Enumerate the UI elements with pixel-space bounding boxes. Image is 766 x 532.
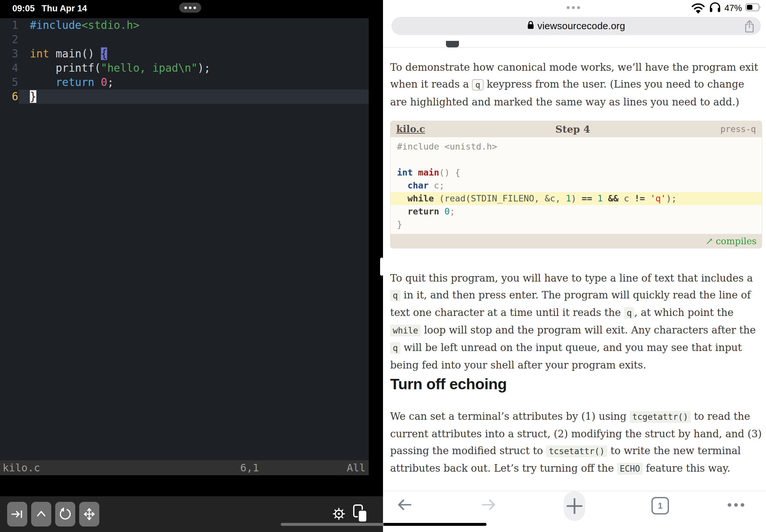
escape-key-button[interactable]	[55, 502, 75, 526]
terminal-settings-button[interactable]	[330, 506, 347, 523]
code-line: return 0;	[391, 205, 762, 218]
dot-icon	[572, 6, 575, 9]
editor-line: 4 printf("hello, ipad\n");	[0, 61, 369, 75]
line-number: 6	[0, 90, 18, 104]
code-block-footer: ↗ compiles	[391, 234, 762, 248]
kbd-key: q	[472, 79, 483, 91]
tab-key-button[interactable]	[7, 502, 27, 526]
editor-line: 3int main() {	[0, 47, 369, 61]
four-arrows-icon	[82, 507, 96, 521]
vim-editor[interactable]: 1#include<stdio.h>23int main() {4 printf…	[0, 18, 369, 460]
wifi-icon	[691, 2, 706, 15]
line-number: 1	[0, 18, 18, 32]
control-key-button[interactable]	[31, 502, 51, 526]
line-number: 2	[0, 32, 18, 47]
code-block-file-link[interactable]: kilo.c	[396, 124, 425, 135]
compiles-link[interactable]: compiles	[716, 236, 757, 247]
dot-icon	[189, 6, 191, 9]
external-arrow-icon: ↗	[706, 236, 713, 247]
code-line-highlighted: while (read(STDIN_FILENO, &c, 1) == 1 &&…	[391, 192, 762, 205]
paragraph-quit-program: To quit this program, you will have to t…	[390, 270, 763, 373]
dot-icon	[567, 6, 570, 9]
terminal-app: 09:05 Thu Apr 14 1#include<stdio.h>23int…	[0, 0, 383, 532]
lock-icon	[527, 20, 534, 32]
paragraph-turn-off-echoing: We can set a terminal’s attributes by (1…	[390, 408, 763, 477]
new-tab-button[interactable]	[564, 491, 585, 521]
line-number: 3	[0, 47, 18, 61]
paragraph-canonical-mode: To demonstrate how canonical mode works,…	[390, 59, 763, 110]
keyboard-accessory-bar	[0, 496, 383, 532]
clock: 09:05	[12, 4, 35, 14]
toolbar-divider	[383, 47, 766, 48]
editor-line: 6}	[0, 90, 369, 104]
editor-line: 2	[0, 32, 369, 47]
url-text: viewsourcecode.org	[538, 20, 625, 31]
inline-code: q	[624, 307, 635, 319]
code-line	[391, 153, 762, 166]
inline-code: while	[390, 325, 421, 336]
right-status-icons: 47%	[691, 3, 761, 14]
share-button[interactable]	[744, 19, 755, 34]
paste-clipboard-icon	[352, 503, 369, 525]
caret-icon	[35, 508, 48, 521]
inline-code: tcgetattr()	[630, 411, 691, 423]
battery-icon	[745, 3, 761, 13]
ipad-screen: 09:05 Thu Apr 14 1#include<stdio.h>23int…	[0, 0, 766, 532]
statusline-scroll-indicator: All	[346, 460, 365, 475]
address-bar[interactable]: viewsourcecode.org	[392, 17, 761, 35]
line-code: printf("hello, ipad\n");	[30, 61, 210, 75]
statusline-cursor-position: 6,1	[240, 460, 259, 475]
inline-code: q	[390, 342, 401, 354]
multitask-menu-right[interactable]	[567, 6, 580, 9]
safari-app: 47% viewsourcecode.org To demonstrate ho…	[383, 0, 766, 532]
line-code: #include<stdio.h>	[30, 18, 140, 32]
dot-icon	[728, 503, 731, 507]
line-code: }	[30, 90, 36, 104]
date: Thu Apr 14	[42, 4, 87, 14]
code-line: #include <unistd.h>	[391, 140, 762, 153]
gear-icon	[331, 506, 347, 523]
code-line: }	[391, 218, 762, 231]
tab-icon	[11, 508, 24, 521]
inline-code: tcsetattr()	[546, 445, 607, 457]
inline-code: ECHO	[617, 463, 643, 475]
line-number: 5	[0, 75, 18, 90]
code-block-tag: press-q	[720, 124, 756, 134]
dot-icon	[734, 503, 738, 507]
line-code: return 0;	[30, 75, 114, 90]
scrolled-content-remnant	[446, 41, 459, 47]
vim-statusline: kilo.c 6,1 All	[0, 460, 369, 475]
tabs-button[interactable]: 1	[651, 497, 669, 514]
home-indicator[interactable]	[281, 523, 487, 526]
dot-icon	[184, 6, 187, 9]
statusline-filename: kilo.c	[3, 460, 40, 475]
line-code: int main() {	[30, 47, 107, 61]
address-bar-center: viewsourcecode.org	[392, 17, 761, 35]
more-options-button[interactable]	[728, 503, 744, 507]
code-block-header: kilo.c Step 4 press-q	[391, 121, 762, 137]
code-line: int main() {	[391, 166, 762, 179]
tab-count: 1	[658, 501, 663, 511]
dot-icon	[741, 503, 744, 507]
dot-icon	[193, 6, 196, 9]
editor-line: 5 return 0;	[0, 75, 369, 90]
code-block-step-label: Step 4	[425, 124, 721, 135]
multitask-menu-left[interactable]	[179, 3, 201, 13]
back-button[interactable]	[397, 498, 413, 513]
dot-icon	[577, 6, 580, 9]
section-heading: Turn off echoing	[390, 375, 507, 393]
code-block-body: #include <unistd.h>int main() { char c; …	[391, 137, 762, 234]
battery-percent: 47%	[724, 3, 742, 13]
arrow-keys-button[interactable]	[79, 502, 99, 526]
editor-line: 1#include<stdio.h>	[0, 18, 369, 32]
paste-button[interactable]	[350, 503, 370, 525]
left-status-bar: 09:05 Thu Apr 14	[0, 0, 383, 18]
inline-code: q	[390, 290, 401, 301]
headphones-icon	[709, 1, 721, 15]
line-number: 4	[0, 61, 18, 75]
code-line: char c;	[391, 179, 762, 192]
undo-circle-icon	[58, 507, 72, 521]
forward-button[interactable]	[481, 498, 496, 513]
code-step-block: kilo.c Step 4 press-q #include <unistd.h…	[390, 121, 762, 248]
